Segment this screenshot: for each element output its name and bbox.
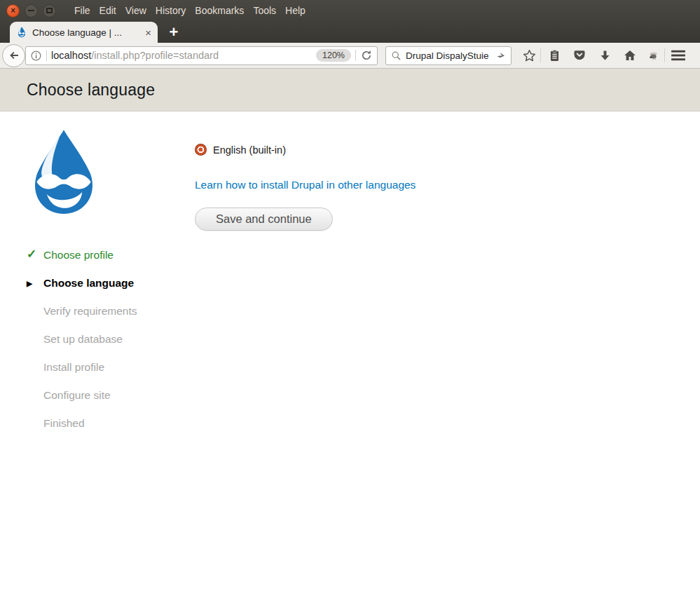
reading-list-icon[interactable] — [542, 45, 567, 66]
window-maximize-icon — [46, 8, 53, 13]
back-arrow-icon — [8, 49, 20, 62]
menu-history[interactable]: History — [156, 5, 194, 16]
url-path: /install.php?profile=standard — [91, 50, 219, 61]
bookmark-star-icon[interactable] — [519, 45, 540, 66]
menu-file[interactable]: File — [74, 5, 98, 16]
step-choose-profile: ✓ Choose profile — [27, 249, 137, 261]
tab-choose-language[interactable]: Choose language | ... × — [10, 22, 158, 43]
page-title: Choose language — [27, 81, 155, 100]
download-icon[interactable] — [592, 45, 617, 66]
step-label: Set up database — [43, 333, 123, 346]
menu-bookmarks[interactable]: Bookmarks — [195, 5, 252, 16]
menu-view[interactable]: View — [125, 5, 154, 16]
step-label: Verify requirements — [43, 305, 137, 318]
language-radio-option[interactable]: English (built-in) — [195, 144, 416, 156]
radio-selected-icon[interactable] — [195, 144, 207, 156]
menu-help[interactable]: Help — [285, 5, 313, 16]
site-info-icon[interactable] — [30, 50, 42, 62]
install-other-languages-link[interactable]: Learn how to install Drupal in other lan… — [195, 179, 416, 191]
step-set-up-database: Set up database — [27, 333, 137, 346]
menu-tools[interactable]: Tools — [253, 5, 284, 16]
fly-extension-icon[interactable] — [643, 45, 664, 66]
step-finished: Finished — [27, 417, 137, 430]
page-header: Choose language — [0, 69, 700, 111]
urlbar-divider — [46, 50, 47, 61]
step-label: Finished — [43, 417, 85, 430]
toolbar-divider-2 — [664, 48, 665, 62]
install-steps-list: ✓ Choose profile ▶ Choose language Verif… — [27, 249, 137, 445]
url-host: localhost — [51, 50, 91, 61]
drupal-logo — [23, 128, 104, 219]
back-button[interactable] — [2, 44, 25, 67]
window-minimize-button[interactable] — [25, 4, 38, 18]
url-text: localhost/install.php?profile=standard — [51, 50, 316, 61]
menubar: File Edit View History Bookmarks Tools H… — [74, 5, 315, 16]
search-go-icon[interactable] — [495, 50, 506, 61]
browser-chrome: × File Edit View History Bookmarks Tools… — [0, 0, 700, 43]
window-maximize-button[interactable] — [43, 4, 56, 18]
url-bar[interactable]: localhost/install.php?profile=standard 1… — [25, 46, 378, 65]
browser-window: × File Edit View History Bookmarks Tools… — [0, 0, 700, 605]
tab-title: Choose language | ... — [32, 27, 141, 38]
reload-button[interactable] — [360, 49, 373, 62]
page-body: ✓ Choose profile ▶ Choose language Verif… — [0, 111, 700, 605]
language-option-label: English (built-in) — [213, 144, 286, 156]
toolbar-divider — [540, 48, 541, 62]
save-and-continue-button[interactable]: Save and continue — [195, 208, 333, 231]
new-tab-button[interactable]: + — [163, 23, 184, 41]
pocket-icon[interactable] — [567, 45, 592, 66]
zoom-level-indicator[interactable]: 120% — [316, 49, 351, 62]
step-verify-requirements: Verify requirements — [27, 305, 137, 318]
menu-hamburger-icon[interactable] — [666, 45, 691, 66]
window-minimize-icon — [28, 10, 34, 11]
search-input-value: Drupal DispalyStuie — [406, 50, 491, 61]
toolbar-icons — [519, 45, 691, 66]
step-label: Configure site — [43, 389, 111, 402]
main-content: English (built-in) Learn how to install … — [195, 144, 416, 231]
tab-close-icon[interactable]: × — [145, 27, 151, 38]
search-icon — [391, 50, 402, 61]
menu-edit[interactable]: Edit — [99, 5, 124, 16]
tab-strip: Choose language | ... × + — [0, 21, 700, 43]
window-close-icon: × — [11, 6, 15, 15]
step-label: Install profile — [43, 361, 104, 374]
window-controls: × — [6, 4, 56, 18]
check-icon: ✓ — [27, 249, 43, 261]
step-label: Choose profile — [43, 249, 114, 261]
window-close-button[interactable]: × — [6, 4, 20, 18]
drupal-favicon-icon — [16, 27, 27, 38]
home-icon[interactable] — [617, 45, 643, 66]
step-label: Choose language — [43, 277, 134, 290]
step-configure-site: Configure site — [27, 389, 137, 402]
navigation-toolbar: localhost/install.php?profile=standard 1… — [0, 43, 700, 69]
current-step-arrow-icon: ▶ — [27, 277, 43, 290]
search-bar[interactable]: Drupal DispalyStuie — [385, 46, 512, 65]
titlebar: × File Edit View History Bookmarks Tools… — [0, 0, 700, 21]
step-choose-language: ▶ Choose language — [27, 277, 137, 290]
step-install-profile: Install profile — [27, 361, 137, 374]
urlbar-divider-2 — [355, 50, 356, 61]
